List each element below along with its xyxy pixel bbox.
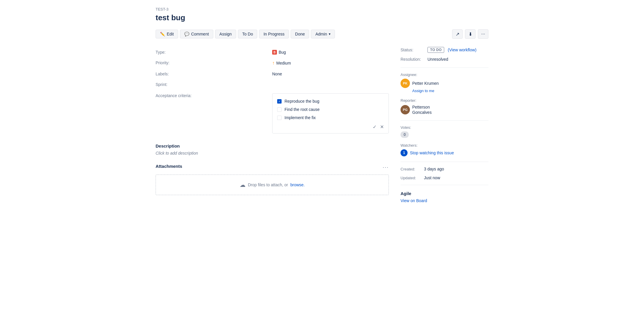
status-row: Status: TO DO (View workflow) xyxy=(401,47,488,53)
criteria-item-2: Find the root cause xyxy=(277,105,384,114)
description-placeholder[interactable]: Click to add description xyxy=(156,151,389,155)
page-container: TEST-3 test bug ✏️ Edit 💬 Comment Assign… xyxy=(146,0,498,210)
download-icon: ⬇ xyxy=(468,31,472,37)
watchers-label: Watchers: xyxy=(401,143,488,148)
assign-to-me-link[interactable]: Assign to me xyxy=(412,89,488,93)
labels-label: Labels: xyxy=(156,69,272,79)
admin-button[interactable]: Admin ▾ xyxy=(311,30,335,38)
votes-value: 0 xyxy=(401,131,488,138)
created-value: 3 days ago xyxy=(424,167,444,171)
sprint-value xyxy=(272,79,389,90)
description-title: Description xyxy=(156,143,389,148)
comment-icon: 💬 xyxy=(184,32,189,36)
criteria-text-2: Find the root cause xyxy=(284,107,320,112)
attachments-header: Attachments ··· xyxy=(156,164,389,171)
resolution-row: Resolution: Unresolved xyxy=(401,57,488,62)
edit-icon: ✏️ xyxy=(160,32,165,36)
sidebar-divider-1 xyxy=(401,67,488,68)
acceptance-criteria-label: Acceptance criteria: xyxy=(156,90,272,136)
issue-title: test bug xyxy=(156,13,488,22)
updated-row: Updated: Just now xyxy=(401,175,488,180)
sidebar-divider-4 xyxy=(401,185,488,185)
sidebar-divider-2 xyxy=(401,120,488,121)
main-layout: Type: B Bug Priority: ↑ Medium Labels: N… xyxy=(156,47,488,203)
resolution-field-label: Resolution: xyxy=(401,57,424,62)
drop-text: Drop files to attach, or xyxy=(248,182,288,187)
stop-watching-link[interactable]: Stop watching this issue xyxy=(410,150,454,155)
inprogress-button[interactable]: In Progress xyxy=(259,30,289,38)
votes-field: Votes: 0 xyxy=(401,125,488,138)
updated-value: Just now xyxy=(424,175,440,180)
criteria-checkbox-1[interactable] xyxy=(277,99,282,104)
assign-button[interactable]: Assign xyxy=(215,30,236,38)
assignee-value: PK Petter Krumen xyxy=(401,79,488,88)
sprint-label: Sprint: xyxy=(156,79,272,90)
criteria-item-1: Reproduce the bug xyxy=(277,97,384,105)
created-label: Created: xyxy=(401,167,424,171)
reporter-label: Reporter: xyxy=(401,98,488,103)
main-content: Type: B Bug Priority: ↑ Medium Labels: N… xyxy=(156,47,389,203)
criteria-confirm-button[interactable]: ✓ xyxy=(373,124,376,130)
toolbar: ✏️ Edit 💬 Comment Assign To Do In Progre… xyxy=(156,29,488,39)
share-button[interactable]: ↗ xyxy=(452,29,463,39)
status-badge: TO DO xyxy=(427,47,444,53)
done-button[interactable]: Done xyxy=(291,30,309,38)
more-icon: ··· xyxy=(481,31,485,37)
browse-link[interactable]: browse. xyxy=(290,182,305,187)
assignee-name: Petter Krumen xyxy=(412,81,439,86)
attachments-section: Attachments ··· ☁ Drop files to attach, … xyxy=(156,164,389,195)
status-resolution-area: Status: TO DO (View workflow) Resolution… xyxy=(401,47,488,62)
view-board-link[interactable]: View on Board xyxy=(401,198,488,203)
criteria-text-3: Implement the fix xyxy=(284,115,316,120)
attachments-more-button[interactable]: ··· xyxy=(383,164,389,170)
updated-label: Updated: xyxy=(401,175,424,180)
more-options-button[interactable]: ··· xyxy=(478,29,488,39)
toolbar-right: ↗ ⬇ ··· xyxy=(452,29,488,39)
priority-medium-icon: ↑ xyxy=(272,60,275,66)
assignee-label: Assignee: xyxy=(401,72,488,77)
todo-button[interactable]: To Do xyxy=(238,30,258,38)
reporter-field: Reporter: PG Petterson Goncalves xyxy=(401,98,488,115)
issue-id: TEST-3 xyxy=(156,7,488,11)
type-label: Type: xyxy=(156,47,272,57)
sidebar-divider-3 xyxy=(401,162,488,162)
description-section: Description Click to add description xyxy=(156,143,389,155)
votes-badge: 0 xyxy=(401,131,409,138)
attachments-title: Attachments xyxy=(156,164,182,169)
watchers-field: Watchers: 1 Stop watching this issue xyxy=(401,143,488,156)
upload-cloud-icon: ☁ xyxy=(240,181,246,188)
watchers-badge: 1 xyxy=(401,149,408,156)
criteria-text-1: Reproduce the bug xyxy=(284,99,319,104)
labels-value: None xyxy=(272,69,389,79)
acceptance-criteria-box: Reproduce the bug Find the root cause Im… xyxy=(272,93,389,133)
criteria-cancel-button[interactable]: ✕ xyxy=(380,124,384,130)
view-workflow-link[interactable]: (View workflow) xyxy=(448,48,476,52)
agile-section: Agile View on Board xyxy=(401,191,488,203)
share-icon: ↗ xyxy=(456,31,459,37)
votes-label: Votes: xyxy=(401,125,488,130)
download-button[interactable]: ⬇ xyxy=(465,29,476,39)
assignee-avatar: PK xyxy=(401,79,410,88)
acceptance-criteria-value: Reproduce the bug Find the root cause Im… xyxy=(272,90,389,136)
priority-value: ↑ Medium xyxy=(272,57,389,69)
criteria-checkbox-2[interactable] xyxy=(277,107,282,112)
watchers-value: 1 Stop watching this issue xyxy=(401,149,488,156)
criteria-checkbox-3[interactable] xyxy=(277,116,282,120)
criteria-actions: ✓ ✕ xyxy=(277,122,384,130)
reporter-value: PG Petterson Goncalves xyxy=(401,104,488,115)
reporter-name: Petterson Goncalves xyxy=(412,104,432,115)
fields-grid: Type: B Bug Priority: ↑ Medium Labels: N… xyxy=(156,47,389,136)
type-value: B Bug xyxy=(272,47,389,57)
chevron-down-icon: ▾ xyxy=(329,32,330,36)
comment-button[interactable]: 💬 Comment xyxy=(180,30,213,38)
edit-button[interactable]: ✏️ Edit xyxy=(156,30,178,38)
assignee-field: Assignee: PK Petter Krumen Assign to me xyxy=(401,72,488,93)
bug-type-icon: B xyxy=(272,50,277,55)
status-field-label: Status: xyxy=(401,48,424,52)
reporter-avatar: PG xyxy=(401,105,410,114)
resolution-value: Unresolved xyxy=(427,57,448,62)
created-row: Created: 3 days ago xyxy=(401,167,488,171)
drop-zone[interactable]: ☁ Drop files to attach, or browse. xyxy=(156,175,389,195)
sidebar: Status: TO DO (View workflow) Resolution… xyxy=(401,47,488,203)
criteria-item-3: Implement the fix xyxy=(277,114,384,122)
